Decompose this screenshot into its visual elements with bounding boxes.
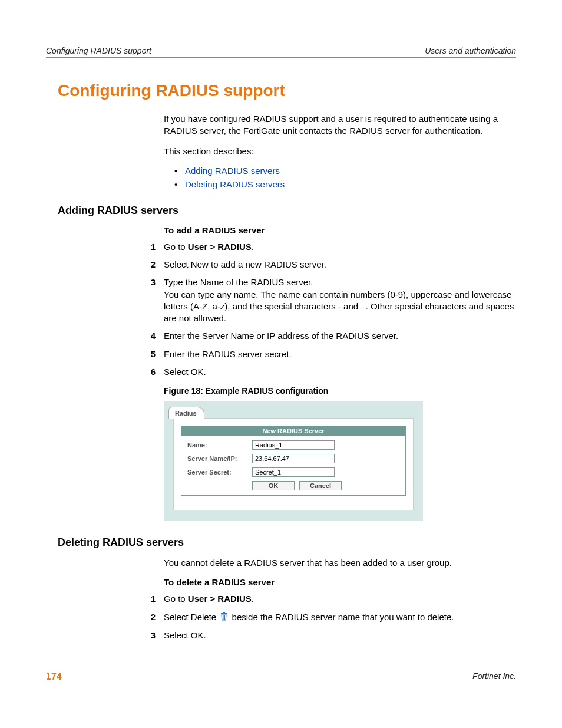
step-body: Select Delete beside the RADIUS server n… (164, 611, 516, 624)
step-number: 2 (144, 259, 164, 271)
step-text: beside the RADIUS server name that you w… (229, 612, 454, 622)
figure-secret-label: Server Secret: (187, 469, 252, 476)
step-body: Enter the Server Name or IP address of t… (164, 330, 516, 342)
step-row: 2 Select New to add a new RADIUS server. (164, 259, 516, 271)
figure-panel-title: New RADIUS Server (181, 426, 405, 436)
step-number: 1 (144, 593, 164, 605)
toc-link-deleting[interactable]: Deleting RADIUS servers (185, 179, 285, 189)
step-number: 6 (144, 366, 164, 378)
step-body: Select OK. (164, 366, 516, 378)
figure-tab-radius: Radius (168, 407, 204, 419)
step-body: Enter the RADIUS server secret. (164, 348, 516, 360)
step-row: 4 Enter the Server Name or IP address of… (164, 330, 516, 342)
toc-list: • Adding RADIUS servers • Deleting RADIU… (174, 166, 516, 189)
figure-ok-button: OK (252, 481, 295, 490)
step-text: Go to (164, 594, 188, 604)
trash-icon (220, 611, 228, 624)
heading-deleting: Deleting RADIUS servers (58, 536, 516, 549)
step-bold: User > RADIUS (188, 242, 252, 252)
step-row: 6 Select OK. (164, 366, 516, 378)
header-left: Configuring RADIUS support (46, 46, 151, 55)
step-text: . (252, 594, 254, 604)
heading-adding: Adding RADIUS servers (58, 205, 516, 217)
section-describes: This section describes: (164, 146, 516, 157)
running-header: Configuring RADIUS support Users and aut… (46, 46, 516, 58)
bullet-icon: • (174, 166, 185, 176)
deleting-intro: You cannot delete a RADIUS server that h… (164, 557, 516, 569)
step-number: 3 (144, 630, 164, 641)
step-text: Select Delete (164, 612, 219, 622)
figure-name-input (252, 440, 335, 450)
step-body: Go to User > RADIUS. (164, 241, 516, 253)
step-text: Go to (164, 242, 188, 252)
step-row: 1 Go to User > RADIUS. (164, 241, 516, 253)
step-number: 5 (144, 348, 164, 360)
header-right: Users and authentication (425, 46, 516, 55)
step-body: Select OK. (164, 630, 516, 641)
step-number: 2 (144, 611, 164, 624)
step-row: 5 Enter the RADIUS server secret. (164, 348, 516, 360)
step-number: 4 (144, 330, 164, 342)
page-number: 174 (46, 671, 62, 682)
figure-ip-input (252, 454, 335, 463)
step-number: 1 (144, 241, 164, 253)
step-text: . (252, 242, 254, 252)
figure-radius-config: Radius New RADIUS Server Name: Server Na… (164, 401, 423, 521)
step-number: 3 (144, 276, 164, 324)
svg-rect-1 (223, 612, 225, 613)
step-bold: User > RADIUS (188, 594, 252, 604)
step-text: Type the Name of the RADIUS server. (164, 276, 516, 288)
step-row: 3 Type the Name of the RADIUS server. Yo… (164, 276, 516, 324)
page-footer: 174 Fortinet Inc. (46, 668, 516, 682)
proc-title-delete: To delete a RADIUS server (164, 577, 516, 587)
figure-name-label: Name: (187, 442, 252, 449)
footer-company: Fortinet Inc. (472, 671, 516, 682)
intro-paragraph: If you have configured RADIUS support an… (164, 113, 516, 137)
figure-ip-label: Server Name/IP: (187, 455, 252, 462)
step-body: Select New to add a new RADIUS server. (164, 259, 516, 271)
step-body: Type the Name of the RADIUS server. You … (164, 276, 516, 324)
page-title: Configuring RADIUS support (58, 81, 516, 100)
proc-title-add: To add a RADIUS server (164, 225, 516, 235)
bullet-icon: • (174, 179, 185, 189)
step-row: 2 Select Delete beside the RADIUS server… (164, 611, 516, 624)
figure-secret-input (252, 467, 335, 477)
toc-link-adding[interactable]: Adding RADIUS servers (185, 166, 280, 176)
step-row: 1 Go to User > RADIUS. (164, 593, 516, 605)
figure-caption: Figure 18: Example RADIUS configuration (164, 386, 516, 396)
step-row: 3 Select OK. (164, 630, 516, 641)
figure-cancel-button: Cancel (299, 481, 342, 490)
step-body: Go to User > RADIUS. (164, 593, 516, 605)
step-text: You can type any name. The name can cont… (164, 289, 516, 325)
svg-rect-0 (221, 613, 227, 614)
